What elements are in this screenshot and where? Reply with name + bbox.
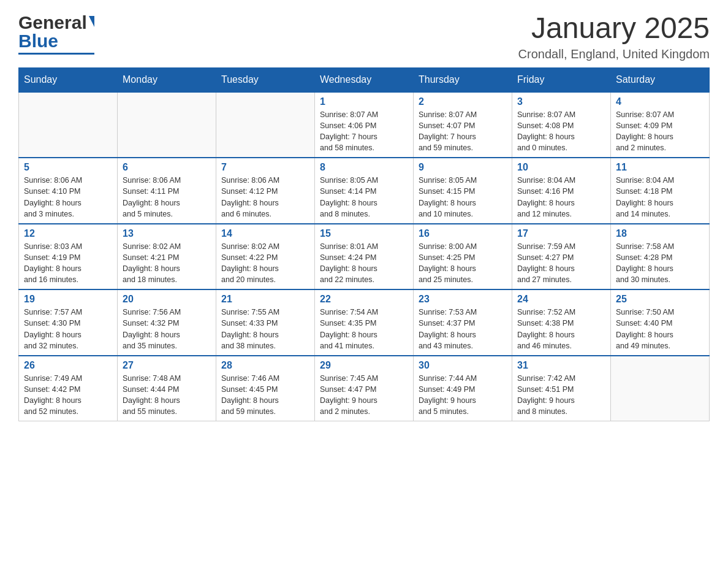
day-number: 1 <box>320 96 408 107</box>
day-number: 24 <box>517 294 605 305</box>
day-number: 15 <box>320 228 408 239</box>
header-cell-friday: Friday <box>512 67 611 92</box>
logo: General Blue <box>18 12 94 55</box>
header-cell-saturday: Saturday <box>611 67 710 92</box>
calendar-cell: 1Sunrise: 8:07 AM Sunset: 4:06 PM Daylig… <box>315 92 414 158</box>
calendar-cell: 15Sunrise: 8:01 AM Sunset: 4:24 PM Dayli… <box>315 224 414 290</box>
day-info: Sunrise: 8:06 AM Sunset: 4:11 PM Dayligh… <box>123 176 181 218</box>
day-number: 16 <box>419 228 507 239</box>
calendar-cell: 8Sunrise: 8:05 AM Sunset: 4:14 PM Daylig… <box>315 158 414 224</box>
day-number: 31 <box>517 360 605 371</box>
calendar-cell: 6Sunrise: 8:06 AM Sunset: 4:11 PM Daylig… <box>118 158 216 224</box>
day-info: Sunrise: 7:52 AM Sunset: 4:38 PM Dayligh… <box>517 308 575 350</box>
calendar-cell: 20Sunrise: 7:56 AM Sunset: 4:32 PM Dayli… <box>118 289 216 356</box>
header-cell-monday: Monday <box>118 67 216 92</box>
week-row-3: 12Sunrise: 8:03 AM Sunset: 4:19 PM Dayli… <box>19 224 710 290</box>
day-number: 2 <box>419 96 507 107</box>
logo-underline <box>18 53 94 55</box>
day-info: Sunrise: 8:07 AM Sunset: 4:07 PM Dayligh… <box>419 110 477 152</box>
day-info: Sunrise: 7:54 AM Sunset: 4:35 PM Dayligh… <box>320 308 378 350</box>
day-info: Sunrise: 7:45 AM Sunset: 4:47 PM Dayligh… <box>320 374 378 416</box>
calendar-cell: 2Sunrise: 8:07 AM Sunset: 4:07 PM Daylig… <box>414 92 512 158</box>
calendar-cell: 29Sunrise: 7:45 AM Sunset: 4:47 PM Dayli… <box>315 356 414 421</box>
calendar-cell: 18Sunrise: 7:58 AM Sunset: 4:28 PM Dayli… <box>611 224 710 290</box>
header-cell-sunday: Sunday <box>19 67 118 92</box>
day-info: Sunrise: 7:56 AM Sunset: 4:32 PM Dayligh… <box>123 308 181 350</box>
day-info: Sunrise: 7:46 AM Sunset: 4:45 PM Dayligh… <box>221 374 279 416</box>
calendar-cell: 17Sunrise: 7:59 AM Sunset: 4:27 PM Dayli… <box>512 224 611 290</box>
day-info: Sunrise: 8:05 AM Sunset: 4:14 PM Dayligh… <box>320 176 378 218</box>
logo-blue-text: Blue <box>18 31 58 52</box>
header-cell-tuesday: Tuesday <box>216 67 315 92</box>
day-info: Sunrise: 7:50 AM Sunset: 4:40 PM Dayligh… <box>616 308 674 350</box>
calendar-cell: 27Sunrise: 7:48 AM Sunset: 4:44 PM Dayli… <box>118 356 216 421</box>
calendar-cell: 26Sunrise: 7:49 AM Sunset: 4:42 PM Dayli… <box>19 356 118 421</box>
day-info: Sunrise: 8:04 AM Sunset: 4:16 PM Dayligh… <box>517 176 575 218</box>
day-info: Sunrise: 8:03 AM Sunset: 4:19 PM Dayligh… <box>24 242 82 284</box>
header-cell-thursday: Thursday <box>414 67 512 92</box>
calendar-cell: 31Sunrise: 7:42 AM Sunset: 4:51 PM Dayli… <box>512 356 611 421</box>
day-info: Sunrise: 8:00 AM Sunset: 4:25 PM Dayligh… <box>419 242 477 284</box>
day-info: Sunrise: 7:58 AM Sunset: 4:28 PM Dayligh… <box>616 242 674 284</box>
calendar-cell: 22Sunrise: 7:54 AM Sunset: 4:35 PM Dayli… <box>315 289 414 356</box>
title-area: January 2025 Crondall, England, United K… <box>518 12 710 61</box>
day-info: Sunrise: 8:05 AM Sunset: 4:15 PM Dayligh… <box>419 176 477 218</box>
day-number: 12 <box>24 228 112 239</box>
day-info: Sunrise: 8:02 AM Sunset: 4:22 PM Dayligh… <box>221 242 279 284</box>
calendar-cell: 10Sunrise: 8:04 AM Sunset: 4:16 PM Dayli… <box>512 158 611 224</box>
calendar-cell: 21Sunrise: 7:55 AM Sunset: 4:33 PM Dayli… <box>216 289 315 356</box>
calendar-cell <box>118 92 216 158</box>
calendar-cell: 28Sunrise: 7:46 AM Sunset: 4:45 PM Dayli… <box>216 356 315 421</box>
day-info: Sunrise: 7:48 AM Sunset: 4:44 PM Dayligh… <box>123 374 181 416</box>
day-info: Sunrise: 7:44 AM Sunset: 4:49 PM Dayligh… <box>419 374 477 416</box>
day-number: 3 <box>517 96 605 107</box>
day-number: 30 <box>419 360 507 371</box>
calendar-cell: 14Sunrise: 8:02 AM Sunset: 4:22 PM Dayli… <box>216 224 315 290</box>
day-number: 19 <box>24 294 112 305</box>
day-number: 4 <box>616 96 704 107</box>
day-number: 11 <box>616 162 704 173</box>
day-number: 26 <box>24 360 112 371</box>
day-number: 21 <box>221 294 309 305</box>
day-info: Sunrise: 8:07 AM Sunset: 4:09 PM Dayligh… <box>616 110 674 152</box>
subtitle: Crondall, England, United Kingdom <box>518 47 710 61</box>
calendar-cell <box>216 92 315 158</box>
calendar-cell: 3Sunrise: 8:07 AM Sunset: 4:08 PM Daylig… <box>512 92 611 158</box>
day-info: Sunrise: 8:07 AM Sunset: 4:08 PM Dayligh… <box>517 110 575 152</box>
day-number: 27 <box>123 360 211 371</box>
header: General Blue January 2025 Crondall, Engl… <box>18 12 710 61</box>
day-info: Sunrise: 7:55 AM Sunset: 4:33 PM Dayligh… <box>221 308 279 350</box>
day-number: 18 <box>616 228 704 239</box>
calendar-cell: 30Sunrise: 7:44 AM Sunset: 4:49 PM Dayli… <box>414 356 512 421</box>
day-info: Sunrise: 8:04 AM Sunset: 4:18 PM Dayligh… <box>616 176 674 218</box>
day-number: 23 <box>419 294 507 305</box>
day-number: 25 <box>616 294 704 305</box>
day-number: 7 <box>221 162 309 173</box>
day-number: 22 <box>320 294 408 305</box>
day-info: Sunrise: 8:06 AM Sunset: 4:10 PM Dayligh… <box>24 176 82 218</box>
day-number: 6 <box>123 162 211 173</box>
calendar-cell: 25Sunrise: 7:50 AM Sunset: 4:40 PM Dayli… <box>611 289 710 356</box>
day-info: Sunrise: 8:01 AM Sunset: 4:24 PM Dayligh… <box>320 242 378 284</box>
day-number: 14 <box>221 228 309 239</box>
day-info: Sunrise: 8:06 AM Sunset: 4:12 PM Dayligh… <box>221 176 279 218</box>
day-info: Sunrise: 7:59 AM Sunset: 4:27 PM Dayligh… <box>517 242 575 284</box>
calendar-cell <box>611 356 710 421</box>
calendar-cell: 11Sunrise: 8:04 AM Sunset: 4:18 PM Dayli… <box>611 158 710 224</box>
week-row-5: 26Sunrise: 7:49 AM Sunset: 4:42 PM Dayli… <box>19 356 710 421</box>
page-title: January 2025 <box>518 12 710 45</box>
week-row-1: 1Sunrise: 8:07 AM Sunset: 4:06 PM Daylig… <box>19 92 710 158</box>
day-number: 28 <box>221 360 309 371</box>
day-number: 13 <box>123 228 211 239</box>
week-row-2: 5Sunrise: 8:06 AM Sunset: 4:10 PM Daylig… <box>19 158 710 224</box>
header-cell-wednesday: Wednesday <box>315 67 414 92</box>
calendar-cell <box>19 92 118 158</box>
day-number: 20 <box>123 294 211 305</box>
calendar-cell: 9Sunrise: 8:05 AM Sunset: 4:15 PM Daylig… <box>414 158 512 224</box>
calendar-cell: 24Sunrise: 7:52 AM Sunset: 4:38 PM Dayli… <box>512 289 611 356</box>
calendar-body: 1Sunrise: 8:07 AM Sunset: 4:06 PM Daylig… <box>19 92 710 421</box>
day-info: Sunrise: 7:53 AM Sunset: 4:37 PM Dayligh… <box>419 308 477 350</box>
day-number: 10 <box>517 162 605 173</box>
day-info: Sunrise: 7:49 AM Sunset: 4:42 PM Dayligh… <box>24 374 82 416</box>
day-number: 29 <box>320 360 408 371</box>
